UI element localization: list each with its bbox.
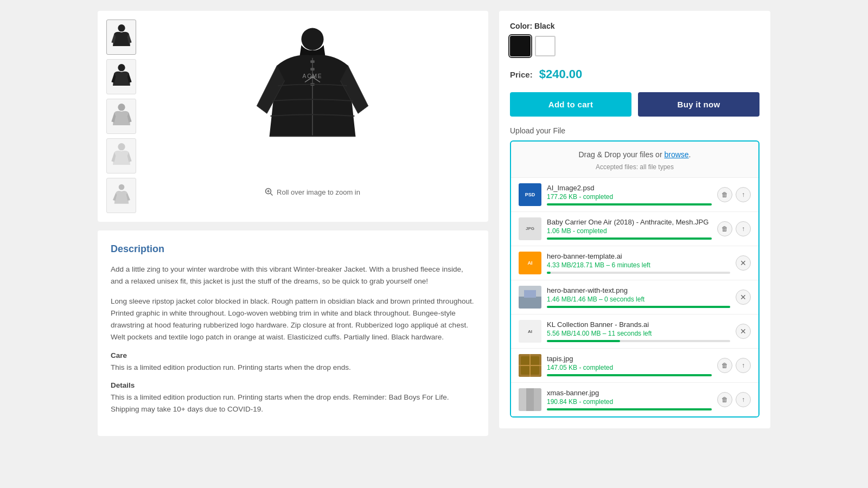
zoom-icon [265, 188, 273, 196]
file-actions-5: ✕ [736, 324, 751, 339]
file-info-5: KL Collection Banner - Brands.ai 5.56 MB… [547, 320, 730, 342]
file-item-2: JPG Baby Carrier One Air (2018) - Anthra… [511, 211, 758, 246]
file-thumb-7 [519, 388, 541, 411]
file-info-1: AI_Image2.psd 177.26 KB - completed [547, 184, 712, 206]
thumbnail-4[interactable] [106, 138, 136, 174]
description-para2: Long sleeve ripstop jacket color blocked… [111, 296, 475, 344]
file-cancel-btn-4[interactable]: ✕ [736, 290, 751, 305]
file-actions-6: 🗑 ↑ [717, 358, 751, 373]
file-name-4: hero-banner-with-text.png [547, 286, 730, 294]
color-label: Color: Black [510, 22, 760, 30]
file-thumb-4 [519, 286, 541, 309]
progress-fill-5 [547, 340, 620, 342]
file-meta-7: 190.84 KB - completed [547, 398, 712, 406]
file-item-1: PSD AI_Image2.psd 177.26 KB - completed … [511, 177, 758, 211]
file-name-7: xmas-banner.jpg [547, 389, 712, 397]
file-list: PSD AI_Image2.psd 177.26 KB - completed … [511, 177, 758, 416]
zoom-hint: Roll over image to zoom in [265, 188, 360, 196]
details-label: Details [111, 381, 475, 389]
left-panel: ACME [98, 11, 488, 436]
file-actions-1: 🗑 ↑ [717, 187, 751, 202]
progress-fill-4 [547, 306, 730, 308]
add-to-cart-button[interactable]: Add to cart [510, 92, 631, 117]
upload-dropzone[interactable]: Drag & Drop your files or browse. Accept… [510, 140, 760, 418]
file-name-6: tapis.jpg [547, 355, 712, 363]
details-text: This is a limited edition production run… [111, 391, 475, 416]
file-name-5: KL Collection Banner - Brands.ai [547, 320, 730, 329]
svg-rect-18 [524, 290, 536, 298]
file-upload-btn-1[interactable]: ↑ [736, 187, 751, 202]
file-meta-6: 147.05 KB - completed [547, 364, 712, 371]
price-value: $240.00 [539, 67, 583, 81]
file-delete-btn-2[interactable]: 🗑 [717, 221, 732, 236]
file-info-2: Baby Carrier One Air (2018) - Anthracite… [547, 218, 712, 240]
svg-rect-8 [310, 68, 314, 70]
file-item-3: AI hero-banner-template.ai 4.33 MB/218.7… [511, 246, 758, 280]
price-label: Price: [510, 70, 533, 79]
accepted-files-text: Accepted files: all file types [511, 163, 758, 171]
description-section: Description Add a little zing to your wi… [98, 230, 488, 436]
file-thumb-1: PSD [519, 183, 541, 206]
dropzone-text: Drag & Drop your files or [579, 150, 665, 159]
svg-line-13 [271, 194, 273, 196]
color-swatch-white[interactable] [535, 36, 556, 56]
file-upload-btn-7[interactable]: ↑ [736, 392, 751, 407]
browse-link[interactable]: browse [664, 150, 688, 159]
file-meta-1: 177.26 KB - completed [547, 193, 712, 201]
file-actions-4: ✕ [736, 290, 751, 305]
file-actions-7: 🗑 ↑ [717, 392, 751, 407]
progress-bar-6 [547, 374, 712, 376]
svg-point-1 [118, 64, 125, 71]
file-meta-2: 1.06 MB - completed [547, 227, 712, 235]
thumbnail-3[interactable] [106, 99, 136, 134]
file-name-3: hero-banner-template.ai [547, 252, 730, 260]
progress-bar-2 [547, 237, 712, 240]
progress-bar-7 [547, 408, 712, 410]
file-item-4: hero-banner-with-text.png 1.46 MB/1.46 M… [511, 280, 758, 314]
zoom-hint-text: Roll over image to zoom in [277, 188, 360, 196]
svg-rect-17 [519, 297, 541, 309]
color-swatch-black[interactable] [510, 36, 531, 56]
file-thumb-3: AI [519, 252, 541, 274]
progress-fill-3 [547, 272, 551, 274]
upload-label: Upload your File [510, 126, 760, 135]
svg-text:ACME: ACME [302, 73, 322, 79]
main-jacket-image: ACME [145, 20, 480, 182]
svg-rect-23 [519, 388, 526, 411]
thumbnail-1[interactable] [106, 20, 136, 55]
progress-bar-3 [547, 272, 730, 274]
svg-rect-25 [534, 388, 541, 411]
svg-point-4 [118, 184, 124, 190]
svg-rect-24 [526, 388, 534, 411]
thumbnail-2[interactable] [106, 59, 136, 94]
svg-point-5 [301, 28, 323, 50]
progress-bar-4 [547, 306, 730, 308]
progress-bar-5 [547, 340, 730, 342]
svg-rect-7 [310, 60, 314, 63]
file-delete-btn-7[interactable]: 🗑 [717, 392, 732, 407]
action-buttons: Add to cart Buy it now [510, 92, 760, 117]
svg-point-3 [118, 143, 125, 150]
file-cancel-btn-5[interactable]: ✕ [736, 324, 751, 339]
progress-fill-6 [547, 374, 712, 376]
care-text: This is a limited edition production run… [111, 362, 475, 374]
product-options: Color: Black Price: $240.00 Add to cart … [499, 11, 770, 428]
buy-it-now-button[interactable]: Buy it now [638, 92, 760, 117]
care-label: Care [111, 351, 475, 359]
file-upload-btn-2[interactable]: ↑ [736, 221, 751, 236]
file-upload-btn-6[interactable]: ↑ [736, 358, 751, 373]
right-panel: Color: Black Price: $240.00 Add to cart … [499, 11, 770, 436]
description-para1: Add a little zing to your winter wardrob… [111, 264, 475, 288]
file-thumb-2: JPG [519, 217, 541, 240]
progress-fill-1 [547, 203, 712, 206]
file-delete-btn-6[interactable]: 🗑 [717, 358, 732, 373]
file-meta-5: 5.56 MB/14.00 MB – 11 seconds left [547, 330, 730, 337]
dropzone-header: Drag & Drop your files or browse. [511, 142, 758, 163]
price-row: Price: $240.00 [510, 67, 760, 81]
thumbnail-5[interactable] [106, 178, 136, 213]
file-delete-btn-1[interactable]: 🗑 [717, 187, 732, 202]
file-cancel-btn-3[interactable]: ✕ [736, 255, 751, 271]
file-name-1: AI_Image2.psd [547, 184, 712, 192]
file-actions-3: ✕ [736, 255, 751, 271]
main-image-area: ACME [145, 20, 480, 213]
